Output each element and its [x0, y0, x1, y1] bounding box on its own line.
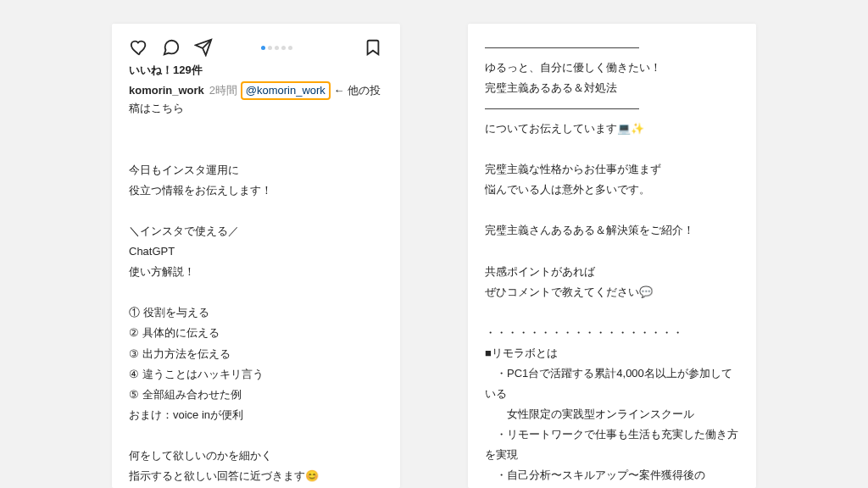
post-card-right: —————————————— ゆるっと、自分に優しく働きたい！ 完璧主義あるある… — [468, 24, 756, 488]
mention-link[interactable]: @komorin_work — [246, 84, 326, 97]
post-time: 2時間 — [209, 84, 237, 97]
bookmark-icon[interactable] — [363, 37, 383, 58]
carousel-dots — [261, 46, 292, 50]
highlight-box-left: @komorin_work — [241, 81, 331, 100]
action-bar — [129, 37, 383, 58]
caption-body-right-a: —————————————— ゆるっと、自分に優しく働きたい！ 完璧主義あるある… — [485, 37, 739, 488]
likes-count[interactable]: いいね！129件 — [129, 63, 383, 78]
username[interactable]: komorin_work — [129, 84, 204, 97]
caption-body-left: 今日もインスタ運用に 役立つ情報をお伝えします！ ＼インスタで使える／ Chat… — [129, 119, 383, 488]
post-card-left: いいね！129件 komorin_work2時間 @komorin_work ←… — [112, 24, 400, 488]
like-icon[interactable] — [129, 37, 149, 58]
share-icon[interactable] — [193, 37, 214, 58]
post-meta: komorin_work2時間 @komorin_work ← 他の投稿はこちら — [129, 81, 383, 118]
comment-icon[interactable] — [161, 37, 181, 58]
